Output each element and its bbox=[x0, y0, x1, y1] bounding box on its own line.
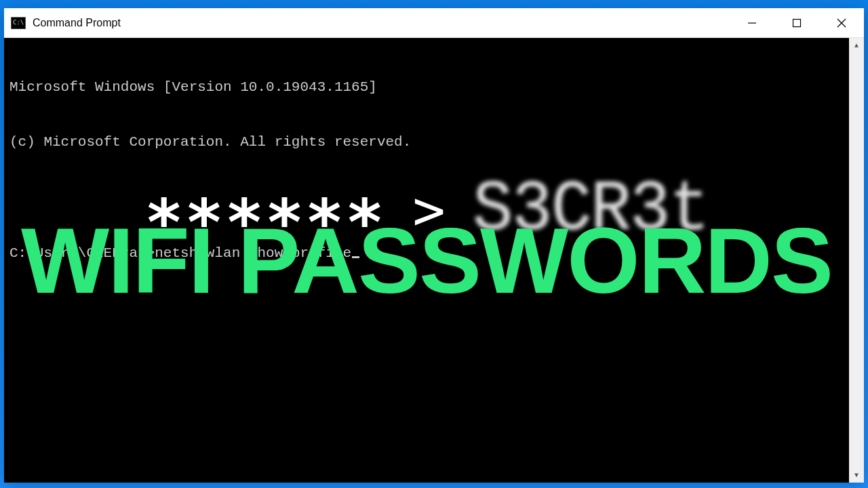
minimize-button[interactable] bbox=[730, 8, 774, 37]
scroll-down-arrow-icon[interactable]: ▼ bbox=[849, 468, 864, 483]
titlebar[interactable]: C:\ Command Prompt bbox=[4, 8, 864, 38]
vertical-scrollbar[interactable]: ▲ ▼ bbox=[849, 38, 864, 483]
headline-text: SHOW ALL WIFI PASSWORDS bbox=[4, 38, 849, 476]
svg-rect-1 bbox=[793, 19, 801, 26]
terminal-area[interactable]: Microsoft Windows [Version 10.0.19043.11… bbox=[4, 38, 864, 483]
scroll-up-arrow-icon[interactable]: ▲ bbox=[849, 38, 864, 53]
maximize-button[interactable] bbox=[774, 8, 819, 37]
titlebar-left: C:\ Command Prompt bbox=[4, 17, 121, 29]
headline-line-2: WIFI PASSWORDS bbox=[4, 218, 849, 304]
headline-line-1: SHOW ALL bbox=[4, 38, 849, 45]
command-prompt-window: C:\ Command Prompt Microsoft Windows [Ve… bbox=[4, 8, 864, 483]
scroll-track[interactable] bbox=[849, 53, 864, 468]
close-button[interactable] bbox=[819, 8, 864, 37]
window-controls bbox=[730, 8, 864, 37]
cmd-icon: C:\ bbox=[11, 17, 26, 29]
window-title: Command Prompt bbox=[33, 17, 121, 29]
